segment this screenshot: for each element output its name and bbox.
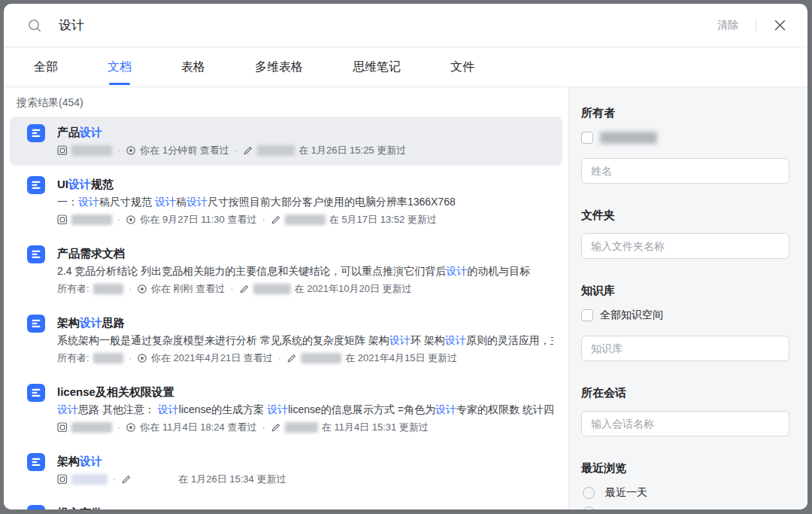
result-snippet-text: 的动机与目标 (467, 265, 530, 277)
meta-separator-dot: · (262, 211, 265, 228)
tab-all[interactable]: 全部 (34, 47, 58, 87)
tab-mindnotes[interactable]: 思维笔记 (353, 47, 401, 87)
pen-icon (271, 422, 281, 433)
tab-files[interactable]: 文件 (450, 47, 474, 87)
results-summary: 搜索结果(454) (17, 96, 568, 110)
result-body: 产品设计·你在 1分钟前 查看过·在 1月26日 15:25 更新过 (57, 123, 553, 159)
result-meta-text: 你在 11月4日 18:24 查看过 (140, 418, 256, 436)
result-snippet-highlight: 设计 (445, 334, 466, 346)
redacted-name (71, 474, 108, 485)
recent-radio-partial[interactable] (583, 506, 595, 509)
tab-bitable[interactable]: 多维表格 (255, 47, 303, 87)
search-result-item[interactable]: 产品设计·你在 1分钟前 查看过·在 1月26日 15:25 更新过 (10, 117, 562, 166)
chat-input[interactable] (581, 411, 789, 436)
redacted-name (71, 214, 112, 225)
redacted-owner-name (600, 132, 657, 144)
result-title-highlight: 设计 (80, 316, 102, 329)
search-icon (27, 18, 42, 33)
results-list: 产品设计·你在 1分钟前 查看过·在 1月26日 15:25 更新过UI设计规范… (4, 117, 568, 509)
result-meta-text: 所有者: (57, 349, 89, 366)
result-title-text: 规范 (91, 178, 114, 190)
result-title-text: 思路 (102, 316, 125, 329)
doc-icon (27, 505, 45, 509)
folder-input[interactable] (581, 233, 789, 259)
result-body: license及相关权限设置设计思路 其他注意： 设计license的生成方案 … (57, 383, 553, 436)
meta-separator-dot: · (262, 418, 265, 436)
result-title: UI设计规范 (57, 175, 553, 193)
result-snippet-highlight: 设计 (435, 403, 456, 415)
result-meta-text: 你在 刚刚 查看过 (151, 280, 225, 297)
wiki-input[interactable] (581, 336, 789, 361)
result-meta-text: 你在 1分钟前 查看过 (140, 141, 229, 159)
result-title-text: license及相关权限设置 (57, 385, 174, 398)
meta-separator-dot: · (117, 418, 120, 436)
result-meta-text: 在 5月17日 13:52 更新过 (329, 211, 437, 228)
result-snippet-highlight: 设计 (389, 334, 411, 346)
result-snippet: 一：设计稿尺寸规范 设计稿设计尺寸按照目前大部分客户使用的电脑分辨率1366X7… (57, 193, 553, 211)
result-snippet-highlight: 设计 (57, 403, 78, 415)
pen-icon (271, 214, 281, 225)
redacted-name (301, 353, 341, 363)
search-result-item[interactable]: 提交审批 (10, 497, 562, 509)
redacted-name (93, 284, 123, 294)
result-snippet-text: 系统架构一般是通过复杂度模型来进行分析 常见系统的复杂度矩阵 架构 (57, 334, 389, 346)
result-meta-text: 在 2021年10月20日 更新过 (295, 280, 412, 297)
result-title-text: 架构 (57, 455, 80, 467)
result-snippet-highlight: 设计 (186, 196, 208, 208)
result-body: UI设计规范一：设计稿尺寸规范 设计稿设计尺寸按照目前大部分客户使用的电脑分辨率… (57, 175, 553, 228)
result-title-highlight: 设计 (68, 178, 91, 190)
result-snippet-text: 稿尺寸规范 (99, 196, 155, 208)
result-meta-text: 你在 2021年4月21日 查看过 (151, 349, 273, 366)
result-snippet-text: 稿 (176, 196, 186, 208)
result-title-text: UI (57, 178, 68, 190)
redacted-name (285, 214, 326, 225)
result-title-text: 提交审批 (57, 506, 102, 509)
result-snippet-text: license的信息展示方式 =角色为 (288, 403, 435, 415)
tab-docs[interactable]: 文档 (108, 47, 132, 87)
result-meta-text: 在 1月26日 15:34 更新过 (178, 470, 286, 488)
search-result-item[interactable]: 产品需求文档2.4 竞品分析结论 列出竞品相关能力的主要信息和关键结论，可以重点… (10, 238, 562, 304)
result-meta: ·在 1月26日 15:34 更新过 (57, 470, 553, 488)
owner-me-checkbox[interactable] (581, 132, 593, 144)
search-result-item[interactable]: 架构设计·在 1月26日 15:34 更新过 (10, 446, 562, 494)
meta-separator-dot: · (235, 141, 238, 159)
result-meta: 所有者:·你在 刚刚 查看过·在 2021年10月20日 更新过 (57, 280, 553, 297)
result-snippet-text: 2.4 竞品分析结论 列出竞品相关能力的主要信息和关键结论，可以重点推演它们背后 (57, 265, 446, 277)
meta-separator-dot: · (113, 470, 116, 488)
clear-button[interactable]: 清除 (717, 19, 738, 32)
doc-icon (27, 176, 45, 228)
owner-name-input[interactable] (581, 158, 789, 184)
owner-me-checkbox-row (581, 131, 789, 144)
meta-separator-dot: · (129, 280, 132, 297)
result-body: 架构设计思路系统架构一般是通过复杂度模型来进行分析 常见系统的复杂度矩阵 架构设… (57, 314, 553, 366)
filter-recent-heading: 最近浏览 (581, 461, 789, 476)
search-result-item[interactable]: 架构设计思路系统架构一般是通过复杂度模型来进行分析 常见系统的复杂度矩阵 架构设… (10, 307, 562, 373)
search-result-item[interactable]: UI设计规范一：设计稿尺寸规范 设计稿设计尺寸按照目前大部分客户使用的电脑分辨率… (10, 169, 562, 235)
result-snippet-text: 尺寸按照目前大部分客户使用的电脑分辨率1366X768 (208, 196, 456, 208)
eye-icon (126, 145, 136, 156)
result-meta-text: 在 1月26日 15:25 更新过 (298, 141, 406, 159)
recent-one-day-radio-row: 最近一天 (581, 486, 789, 500)
redacted-name (71, 422, 112, 433)
doc-icon (27, 315, 45, 366)
meta-separator-dot: · (117, 211, 120, 228)
result-snippet-text: license的生成方案 (179, 403, 267, 415)
result-body: 产品需求文档2.4 竞品分析结论 列出竞品相关能力的主要信息和关键结论，可以重点… (57, 245, 553, 297)
result-title-highlight: 设计 (80, 126, 102, 138)
result-meta-text: 所有者: (57, 280, 89, 297)
space-icon (57, 422, 68, 433)
redacted-name (285, 422, 318, 433)
close-icon[interactable] (774, 19, 786, 32)
filter-wiki-heading: 知识库 (581, 283, 789, 298)
result-snippet-text: 专家的权限数 统计四类用... (456, 403, 553, 415)
result-title-text: 产品需求文档 (57, 247, 125, 260)
result-meta-text: 在 11月4日 15:31 更新过 (322, 418, 429, 436)
search-result-item[interactable]: license及相关权限设置设计思路 其他注意： 设计license的生成方案 … (10, 376, 562, 443)
tab-sheets[interactable]: 表格 (181, 47, 205, 87)
recent-one-day-radio[interactable] (583, 487, 595, 499)
all-wiki-spaces-checkbox-label: 全部知识空间 (600, 309, 663, 322)
result-title-text: 产品 (57, 126, 80, 138)
search-input[interactable]: 设计 (59, 17, 717, 34)
filter-folder-heading: 文件夹 (581, 208, 789, 223)
all-wiki-spaces-checkbox[interactable] (581, 309, 593, 321)
